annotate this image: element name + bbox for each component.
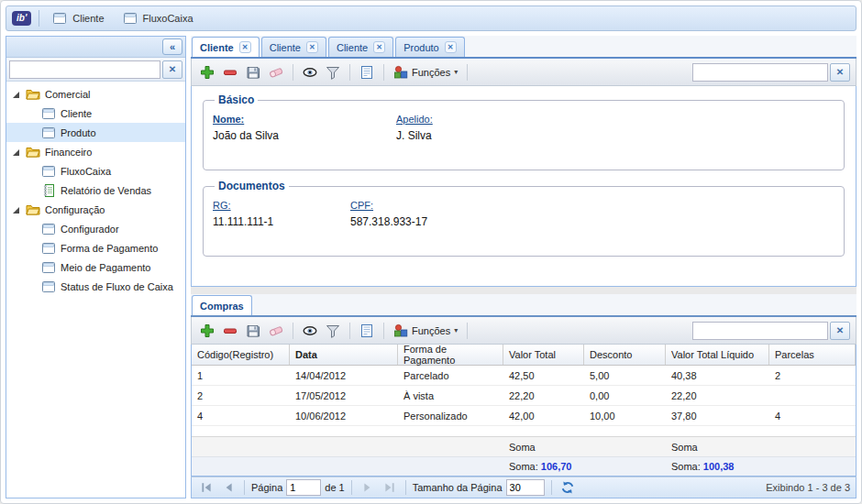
first-page-button[interactable]: [197, 479, 216, 496]
field-label-nome[interactable]: Nome:: [213, 114, 396, 125]
funcoes-menu-button[interactable]: Funções ▾: [391, 321, 460, 341]
tab-cliente-2[interactable]: Cliente ✕: [261, 37, 326, 57]
tree-node-relatorio-de-vendas[interactable]: Relatório de Vendas: [6, 181, 185, 200]
paging-separator: [551, 480, 552, 495]
table-row[interactable]: 1 14/04/2012 Parcelado 42,50 5,00 40,38 …: [192, 366, 856, 386]
header-button-label: FluxoCaixa: [143, 13, 193, 24]
table-row[interactable]: 4 10/06/2012 Personalizado 42,00 10,00 3…: [192, 406, 856, 426]
fieldset-documentos: Documentos RG: 11.111.111-1 CPF: 587.318…: [203, 180, 845, 257]
erase-button[interactable]: [266, 62, 286, 82]
field-label-cpf[interactable]: CPF:: [350, 200, 427, 211]
tree-filter-input[interactable]: [9, 60, 160, 79]
column-header-codigo[interactable]: Código(Registro): [192, 345, 290, 365]
compras-tab-bar: Compras: [191, 294, 856, 317]
funcoes-label: Funções: [412, 325, 450, 336]
cubes-icon: [393, 65, 408, 80]
clear-filter-button[interactable]: ✕: [162, 60, 182, 79]
field-value-nome: João da Silva: [213, 129, 396, 142]
table-row[interactable]: 2 17/05/2012 À vista 22,20 0,00 22,20: [192, 386, 856, 406]
view-button[interactable]: [300, 321, 320, 341]
field-label-rg[interactable]: RG:: [213, 200, 350, 211]
column-header-valor-total-liquido[interactable]: Valor Total Líquido: [666, 345, 769, 365]
page-number-input[interactable]: [286, 479, 321, 496]
column-header-parcelas[interactable]: Parcelas: [769, 345, 856, 365]
tree-node-label: FluxoCaixa: [61, 166, 111, 177]
tree-node-configurador[interactable]: Configurador: [6, 219, 185, 238]
view-button[interactable]: [300, 62, 320, 82]
tree-node-produto[interactable]: Produto: [6, 123, 185, 142]
folder-icon: [26, 203, 40, 217]
app-header: ib' Cliente FluxoCaixa: [6, 5, 856, 31]
tab-cliente-3[interactable]: Cliente ✕: [328, 37, 393, 57]
previous-page-button[interactable]: [219, 479, 238, 496]
tree-node-meio-de-pagamento[interactable]: Meio de Pagamento: [6, 257, 185, 277]
column-header-forma-de-pagamento[interactable]: Forma de Pagamento: [398, 345, 503, 365]
cell-valor-liquido: 40,38: [666, 366, 769, 385]
clear-search-button[interactable]: ✕: [830, 63, 850, 82]
column-header-data[interactable]: Data: [290, 345, 398, 365]
form-search-input[interactable]: [692, 63, 828, 82]
tab-label: Compras: [200, 301, 244, 312]
cell-codigo: 2: [192, 386, 290, 405]
add-button[interactable]: [197, 62, 217, 82]
save-button[interactable]: [243, 62, 263, 82]
expander-icon[interactable]: [12, 90, 21, 99]
tree-node-financeiro[interactable]: Financeiro: [6, 142, 185, 161]
column-header-desconto[interactable]: Desconto: [584, 345, 666, 365]
erase-button[interactable]: [266, 321, 286, 341]
grid-header-row: Código(Registro) Data Forma de Pagamento…: [192, 345, 856, 366]
next-page-button[interactable]: [359, 479, 377, 496]
report-button[interactable]: [357, 62, 377, 82]
collapse-sidebar-button[interactable]: «: [162, 38, 182, 55]
tab-produto[interactable]: Produto ✕: [395, 37, 465, 57]
window-icon: [41, 222, 56, 236]
field-value-apelido: J. Silva: [396, 129, 433, 142]
soma-label: Soma:: [509, 461, 538, 472]
funcoes-menu-button[interactable]: Funções ▾: [391, 62, 460, 82]
expander-icon[interactable]: [12, 205, 21, 214]
close-tab-icon[interactable]: ✕: [445, 41, 457, 53]
cell-valor-total: 42,50: [503, 366, 584, 385]
tree-node-comercial[interactable]: Comercial: [6, 84, 185, 104]
save-button[interactable]: [243, 321, 263, 341]
column-header-valor-total[interactable]: Valor Total: [503, 345, 584, 365]
tree-node-label: Configuração: [45, 204, 105, 215]
header-button-cliente[interactable]: Cliente: [47, 9, 109, 27]
filter-button[interactable]: [323, 321, 343, 341]
plus-icon: [200, 65, 215, 80]
tab-cliente-1[interactable]: Cliente ✕: [192, 37, 260, 57]
tree-node-configuracao[interactable]: Configuração: [6, 200, 185, 219]
cubes-icon: [393, 323, 408, 338]
last-page-button[interactable]: [381, 479, 399, 496]
clear-search-button[interactable]: ✕: [830, 322, 850, 340]
cell-valor-total: 22,20: [503, 386, 584, 405]
close-tab-icon[interactable]: ✕: [239, 41, 251, 53]
tree-node-cliente[interactable]: Cliente: [6, 104, 185, 123]
horizontal-splitter[interactable]: [191, 287, 856, 294]
filter-button[interactable]: [323, 62, 343, 82]
refresh-button[interactable]: [558, 479, 577, 496]
expander-icon[interactable]: [12, 148, 21, 157]
add-button[interactable]: [197, 321, 217, 341]
remove-button[interactable]: [220, 62, 240, 82]
page-size-input[interactable]: [506, 479, 545, 496]
folder-icon: [26, 145, 40, 159]
tree-node-status-de-fluxo-de-caixa[interactable]: Status de Fluxo de Caixa: [6, 277, 185, 296]
toolbar-separator: [349, 64, 350, 81]
remove-button[interactable]: [220, 321, 240, 341]
report-button[interactable]: [357, 321, 377, 341]
summary-valor-liquido-label: Soma: [666, 437, 769, 456]
header-separator: [39, 10, 39, 27]
tree-node-forma-de-pagamento[interactable]: Forma de Pagamento: [6, 238, 185, 257]
tree-node-fluxocaixa[interactable]: FluxoCaixa: [6, 161, 185, 181]
soma-valor-liquido: 100,38: [703, 461, 735, 472]
grid-search-input[interactable]: [692, 322, 828, 340]
tab-compras[interactable]: Compras: [192, 295, 252, 315]
cell-valor-total: 42,00: [503, 406, 584, 425]
cell-forma: Parcelado: [398, 366, 503, 385]
close-tab-icon[interactable]: ✕: [373, 41, 385, 53]
header-button-fluxocaixa[interactable]: FluxoCaixa: [117, 9, 199, 27]
field-label-apelido[interactable]: Apelido:: [396, 114, 433, 125]
close-tab-icon[interactable]: ✕: [306, 41, 318, 53]
window-icon: [41, 279, 56, 294]
